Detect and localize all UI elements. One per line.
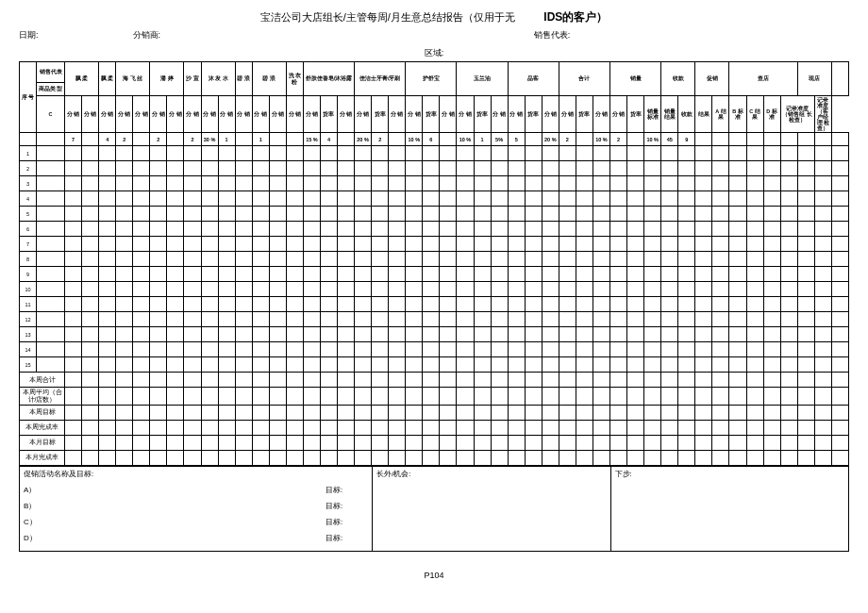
row-number: 11 (20, 297, 37, 312)
cell (831, 297, 848, 312)
valrow-cell: 10 % (406, 133, 423, 146)
cell (440, 435, 457, 450)
cell (423, 373, 440, 388)
cell (763, 237, 780, 252)
cell (797, 405, 814, 420)
cell (593, 435, 609, 450)
cell (99, 312, 116, 327)
cell (338, 388, 355, 405)
cell (695, 420, 712, 435)
cell (65, 222, 82, 237)
cell (814, 450, 831, 465)
cell (695, 191, 712, 207)
cell (576, 191, 593, 207)
row-number: 15 (20, 357, 37, 373)
cell (269, 435, 286, 450)
cell (780, 222, 797, 237)
cell (372, 222, 389, 237)
valrow-cell (235, 133, 252, 146)
cell (167, 342, 184, 357)
cell (780, 207, 797, 222)
cell (474, 435, 491, 450)
cell (252, 342, 269, 357)
sub-hl: 货率 (423, 96, 440, 133)
cell (286, 282, 303, 297)
cell (355, 146, 372, 161)
cell (746, 297, 763, 312)
cell (389, 176, 406, 191)
cell (65, 420, 82, 435)
valrow-cell (338, 133, 355, 146)
cell (644, 237, 661, 252)
cell (797, 237, 814, 252)
cell (763, 146, 780, 161)
cell (286, 191, 303, 207)
sub-hl: 货率 (576, 96, 593, 133)
cell (559, 373, 576, 388)
cell (423, 207, 440, 222)
cell (440, 252, 457, 267)
cell (440, 373, 457, 388)
cell (372, 267, 389, 282)
cell (508, 373, 525, 388)
cell (150, 388, 167, 405)
cell (406, 252, 423, 267)
cell (338, 207, 355, 222)
cell (184, 420, 201, 435)
cell (457, 176, 474, 191)
cell (355, 342, 372, 357)
opp-title: 长外/机会: (376, 469, 606, 479)
cell (525, 161, 542, 176)
cell (201, 373, 218, 388)
summary-label: 本周目标 (20, 405, 65, 420)
grp-19: 查店 (729, 62, 797, 96)
table-row: 1 (20, 146, 849, 161)
table-row: 5 (20, 207, 849, 222)
cell (82, 207, 99, 222)
cell (235, 327, 252, 342)
cell (644, 357, 661, 373)
cell (746, 146, 763, 161)
cell (661, 297, 678, 312)
cell (474, 176, 491, 191)
cell (525, 176, 542, 191)
cell (37, 297, 65, 312)
sub-fx: 分 销 (559, 96, 576, 133)
col-rep: 销售代表 (37, 62, 65, 83)
cell (218, 357, 235, 373)
cell (780, 176, 797, 191)
cell (167, 222, 184, 237)
cell (150, 267, 167, 282)
cell (406, 327, 423, 342)
cell (627, 420, 644, 435)
cell (303, 207, 320, 222)
cell (82, 267, 99, 282)
cell (797, 357, 814, 373)
cell (82, 161, 99, 176)
cell (99, 222, 116, 237)
cell (406, 146, 423, 161)
cell (678, 405, 695, 420)
cell (542, 420, 559, 435)
row-number: 1 (20, 146, 37, 161)
valrow-cell (389, 133, 406, 146)
cell (508, 405, 525, 420)
cell (389, 357, 406, 373)
cell (780, 146, 797, 161)
cell (627, 357, 644, 373)
cell (780, 357, 797, 373)
cell (423, 267, 440, 282)
cell (82, 282, 99, 297)
table-row: 2 (20, 161, 849, 176)
cell (763, 207, 780, 222)
cell (474, 342, 491, 357)
cell (116, 282, 133, 297)
cell (780, 405, 797, 420)
cell (440, 405, 457, 420)
cell (286, 252, 303, 267)
cell (235, 191, 252, 207)
cell (252, 207, 269, 222)
cell (303, 237, 320, 252)
cell (780, 267, 797, 282)
cell (780, 191, 797, 207)
